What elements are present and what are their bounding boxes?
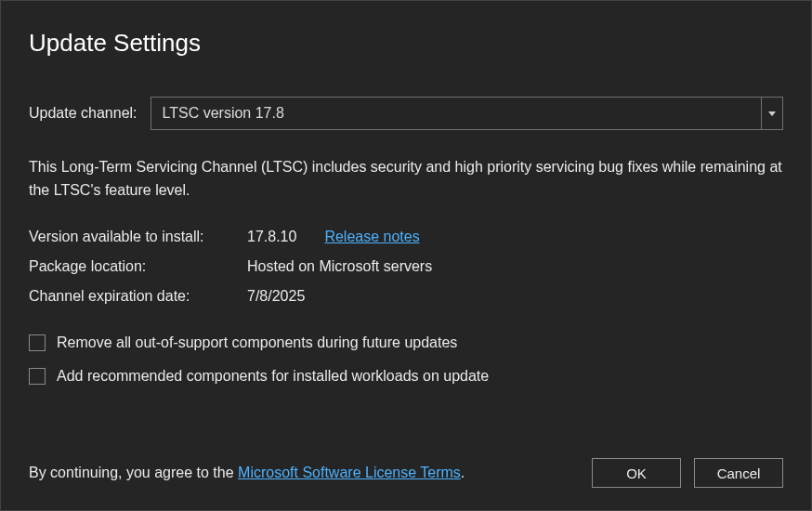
chevron-down-icon[interactable]	[761, 97, 783, 130]
channel-expiration-label: Channel expiration date:	[29, 288, 238, 305]
page-title: Update Settings	[29, 29, 783, 58]
info-grid: Version available to install: 17.8.10 Re…	[29, 229, 783, 305]
remove-components-option[interactable]: Remove all out-of-support components dur…	[29, 334, 783, 351]
add-recommended-checkbox[interactable]	[29, 368, 46, 385]
license-agreement-suffix: .	[461, 465, 465, 480]
cancel-button[interactable]: Cancel	[694, 458, 783, 488]
update-channel-selected-value: LTSC version 17.8	[151, 97, 761, 130]
update-channel-row: Update channel: LTSC version 17.8	[29, 97, 783, 130]
version-available-label: Version available to install:	[29, 229, 238, 245]
add-recommended-label: Add recommended components for installed…	[57, 368, 489, 385]
update-channel-select[interactable]: LTSC version 17.8	[151, 97, 783, 130]
release-notes-link[interactable]: Release notes	[324, 229, 419, 245]
license-terms-link[interactable]: Microsoft Software License Terms	[238, 465, 461, 480]
license-agreement-text: By continuing, you agree to the Microsof…	[29, 465, 465, 481]
version-available-value: 17.8.10	[247, 229, 296, 245]
dialog-footer: By continuing, you agree to the Microsof…	[29, 458, 783, 488]
version-available-value-row: 17.8.10 Release notes	[247, 229, 783, 245]
channel-expiration-value: 7/8/2025	[247, 288, 783, 305]
update-channel-label: Update channel:	[29, 105, 138, 122]
update-settings-dialog: Update Settings Update channel: LTSC ver…	[0, 0, 812, 511]
package-location-value: Hosted on Microsoft servers	[247, 258, 783, 275]
license-agreement-prefix: By continuing, you agree to the	[29, 465, 238, 480]
package-location-label: Package location:	[29, 258, 238, 275]
remove-components-label: Remove all out-of-support components dur…	[57, 334, 457, 351]
dialog-buttons: OK Cancel	[592, 458, 783, 488]
channel-description: This Long-Term Servicing Channel (LTSC) …	[29, 156, 783, 203]
ok-button[interactable]: OK	[592, 458, 681, 488]
remove-components-checkbox[interactable]	[29, 334, 46, 351]
add-recommended-option[interactable]: Add recommended components for installed…	[29, 368, 783, 385]
